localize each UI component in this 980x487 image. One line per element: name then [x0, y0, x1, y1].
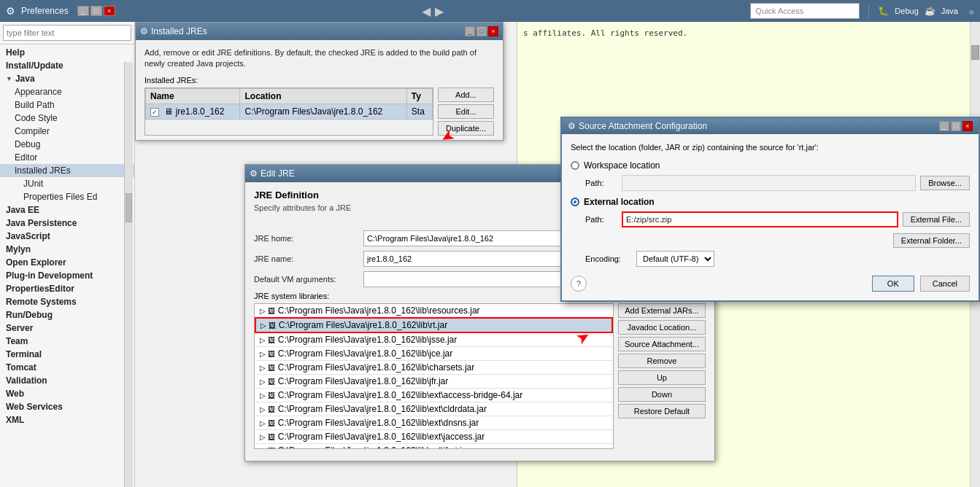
tree-item-code-style[interactable]: Code Style: [0, 112, 134, 125]
external-folder-button[interactable]: External Folder...: [893, 233, 970, 248]
installed-jres-desc: Add, remove or edit JRE definitions. By …: [144, 47, 494, 70]
tree-label: Mylyn: [6, 244, 31, 254]
tree-item-help[interactable]: Help: [0, 46, 134, 59]
jre-section-title: JRE Definition: [254, 190, 351, 200]
tree-item-junit[interactable]: JUnit: [0, 177, 134, 190]
tree-item-installed-jres[interactable]: Installed JREs: [0, 164, 134, 177]
tree-label: Tomcat: [6, 362, 36, 373]
tree-label: Terminal: [6, 349, 42, 359]
lib-table-row[interactable]: ▷ 🖼C:\Program Files\Java\jre1.8.0_162\li…: [255, 375, 612, 389]
down-button[interactable]: Down: [618, 387, 706, 402]
tree-item-properties-editor[interactable]: PropertiesEditor: [0, 282, 134, 295]
add-external-jars-button[interactable]: Add External JARs...: [618, 303, 706, 318]
tree-item-mylyn[interactable]: Mylyn: [0, 243, 134, 256]
tree-label: Remote Systems: [6, 297, 77, 307]
maximize-button[interactable]: □: [90, 6, 102, 16]
tree-item-javascript[interactable]: JavaScript: [0, 230, 134, 243]
workspace-path-input[interactable]: [622, 175, 916, 191]
encoding-select[interactable]: Default (UTF-8): [636, 251, 714, 267]
lib-table-row[interactable]: ▷ 🖼C:\Program Files\Java\jre1.8.0_162\li…: [255, 402, 612, 416]
minimize-button[interactable]: _: [465, 26, 475, 36]
tree-item-editor[interactable]: Editor: [0, 151, 134, 164]
tree-item-plugin-dev[interactable]: Plug-in Development: [0, 269, 134, 282]
close-button[interactable]: ×: [104, 6, 115, 16]
lib-table-row[interactable]: ▷ 🖼C:\Program Files\Java\jre1.8.0_162\li…: [255, 347, 612, 361]
javadoc-location-button[interactable]: Javadoc Location...: [618, 320, 706, 335]
external-path-label: Path:: [585, 215, 622, 224]
tree-item-tomcat[interactable]: Tomcat: [0, 361, 134, 374]
gear-icon: ⚙: [140, 26, 148, 36]
tree-item-team[interactable]: Team: [0, 335, 134, 348]
lib-path: ▷ 🖼C:\Program Files\Java\jre1.8.0_162\li…: [255, 416, 612, 430]
lib-table-row[interactable]: ▷ 🖼C:\Program Files\Java\jre1.8.0_162\li…: [255, 416, 612, 430]
lib-path: ▷ 🖼C:\Program Files\Java\jre1.8.0_162\li…: [255, 361, 612, 375]
external-file-button[interactable]: External File...: [903, 212, 970, 227]
settings-icon: ⬦: [968, 5, 974, 17]
minimize-button[interactable]: _: [939, 121, 949, 131]
tree-item-web[interactable]: Web: [0, 387, 134, 400]
table-row[interactable]: 🖥 jre1.8.0_162 C:\Program Files\Java\jre…: [146, 104, 433, 119]
restore-default-button[interactable]: Restore Default: [618, 404, 706, 418]
tree-item-xml[interactable]: XML: [0, 413, 134, 426]
close-button[interactable]: ×: [488, 26, 498, 36]
external-radio[interactable]: [571, 198, 579, 206]
lib-table-row[interactable]: ▷ 🖼C:\Program Files\Java\jre1.8.0_162\li…: [255, 389, 612, 402]
jre-checkbox[interactable]: [150, 108, 159, 117]
tree-item-debug[interactable]: Debug: [0, 138, 134, 151]
lib-table-row[interactable]: ▷ 🖼C:\Program Files\Java\jre1.8.0_162\li…: [255, 361, 612, 375]
encoding-label: Encoding:: [585, 254, 636, 263]
quick-access-placeholder: Quick Access: [755, 7, 803, 15]
tree-label: Compiler: [15, 126, 50, 136]
maximize-button[interactable]: □: [477, 26, 487, 36]
browse-button[interactable]: Browse...: [920, 176, 970, 190]
lib-table-row[interactable]: ▷ 🖼C:\Program Files\Java\jre1.8.0_162\li…: [255, 332, 612, 347]
source-attachment-button[interactable]: Source Attachment...: [618, 337, 706, 351]
tree-item-java[interactable]: ▼ Java: [0, 72, 134, 85]
source-attach-titlebar[interactable]: ⚙ Source Attachment Configuration _ □ ×: [562, 118, 979, 134]
tree-item-validation[interactable]: Validation: [0, 374, 134, 387]
tree-item-remote-systems[interactable]: Remote Systems: [0, 295, 134, 308]
add-button[interactable]: Add...: [438, 87, 494, 102]
tree-item-properties-files-ed[interactable]: Properties Files Ed: [0, 190, 134, 203]
help-button[interactable]: ?: [571, 276, 587, 292]
tree-item-web-services[interactable]: Web Services: [0, 400, 134, 413]
tree-label: Appearance: [15, 87, 62, 97]
lib-action-buttons: Add External JARs... Javadoc Location...…: [618, 303, 706, 453]
tree-item-install-update[interactable]: Install/Update: [0, 59, 134, 72]
workspace-radio[interactable]: [571, 161, 579, 170]
tree-item-java-ee[interactable]: Java EE: [0, 203, 134, 217]
tree-item-build-path[interactable]: Build Path: [0, 98, 134, 112]
expand-arrow: ▼: [6, 75, 12, 82]
up-button[interactable]: Up: [618, 370, 706, 385]
jre-icon-small: 🖥: [164, 106, 173, 117]
ok-button[interactable]: OK: [872, 276, 914, 292]
filter-input[interactable]: [3, 25, 131, 41]
edit-jre-title: Edit JRE: [261, 168, 295, 179]
lib-table-row[interactable]: ▷ 🖼C:\Program Files\Java\jre1.8.0_162\li…: [255, 444, 612, 450]
titlebar-buttons: _ □ ×: [465, 26, 498, 36]
installed-jres-titlebar[interactable]: ⚙ Installed JREs _ □ ×: [136, 23, 503, 40]
external-path-input[interactable]: [622, 211, 898, 227]
installed-jres-subtitle: Installed JREs:: [144, 76, 494, 85]
tree-item-run-debug[interactable]: Run/Debug: [0, 308, 134, 322]
lib-table-row[interactable]: ▷ 🖼C:\Program Files\Java\jre1.8.0_162\li…: [255, 318, 612, 332]
remove-button[interactable]: Remove: [618, 354, 706, 368]
jre-name-label: JRE name:: [254, 254, 363, 263]
tree-item-appearance[interactable]: Appearance: [0, 85, 134, 98]
tree-item-terminal[interactable]: Terminal: [0, 348, 134, 361]
cancel-button[interactable]: Cancel: [920, 276, 970, 292]
minimize-button[interactable]: _: [77, 6, 89, 16]
edit-button[interactable]: Edit...: [438, 104, 494, 119]
close-button[interactable]: ×: [962, 121, 973, 131]
lib-table-row[interactable]: ▷ 🖼C:\Program Files\Java\jre1.8.0_162\li…: [255, 430, 612, 444]
tree-label: Java EE: [6, 205, 39, 215]
tree-item-server[interactable]: Server: [0, 322, 134, 335]
quick-access-input[interactable]: Quick Access: [750, 3, 860, 19]
installed-jres-window: ⚙ Installed JREs _ □ × Add, remove or ed…: [135, 22, 503, 141]
tree-item-compiler[interactable]: Compiler: [0, 125, 134, 138]
tree-item-java-persistence[interactable]: Java Persistence: [0, 217, 134, 230]
tree-item-open-explorer[interactable]: Open Explorer: [0, 256, 134, 269]
lib-table-row[interactable]: ▷ 🖼C:\Program Files\Java\jre1.8.0_162\li…: [255, 304, 612, 318]
maximize-button[interactable]: □: [951, 121, 961, 131]
lib-path: ▷ 🖼C:\Program Files\Java\jre1.8.0_162\li…: [255, 332, 612, 347]
